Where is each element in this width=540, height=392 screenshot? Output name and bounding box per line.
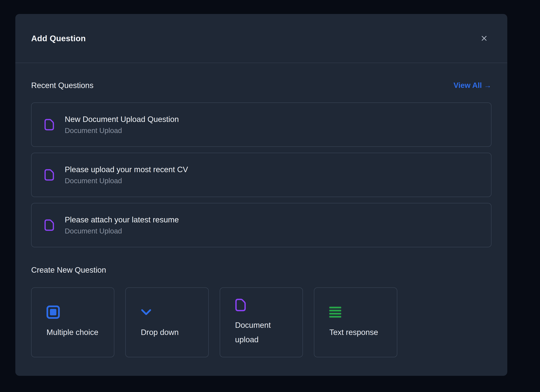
add-question-modal: Add Question Recent Questions View All →… (15, 14, 507, 376)
question-type-grid: Multiple choice Drop down Document uploa… (31, 288, 491, 357)
type-card-multiple-choice[interactable]: Multiple choice (31, 288, 114, 357)
recent-question-card[interactable]: Please upload your most recent CV Docume… (31, 153, 491, 197)
recent-questions-heading: Recent Questions (31, 81, 94, 90)
type-card-label: Document upload (235, 318, 288, 347)
document-icon (44, 219, 54, 231)
type-card-label: Multiple choice (46, 325, 99, 340)
document-icon (44, 119, 54, 131)
chevron-down-icon (141, 308, 152, 316)
create-new-question-heading: Create New Question (31, 265, 491, 274)
close-button[interactable] (479, 33, 490, 44)
recent-questions-header-row: Recent Questions View All → (31, 81, 491, 90)
document-icon (44, 169, 54, 181)
page-title: Add Question (31, 34, 86, 43)
text-lines-icon (329, 307, 341, 318)
type-card-text-response[interactable]: Text response (314, 288, 397, 357)
close-icon (480, 35, 488, 42)
recent-question-title: Please upload your most recent CV (65, 165, 188, 174)
recent-question-type: Document Upload (65, 127, 179, 135)
type-card-label: Drop down (141, 325, 193, 340)
type-card-document-upload[interactable]: Document upload (220, 288, 303, 357)
recent-question-type: Document Upload (65, 177, 188, 185)
document-icon (235, 298, 246, 312)
recent-question-type: Document Upload (65, 227, 179, 235)
multiple-choice-icon (46, 306, 60, 319)
recent-question-title: Please attach your latest resume (65, 215, 179, 224)
type-card-drop-down[interactable]: Drop down (125, 288, 209, 357)
recent-questions-list: New Document Upload Question Document Up… (31, 103, 491, 247)
recent-question-card[interactable]: Please attach your latest resume Documen… (31, 203, 491, 247)
view-all-link[interactable]: View All → (454, 81, 491, 89)
recent-question-title: New Document Upload Question (65, 115, 179, 124)
modal-header: Add Question (15, 14, 507, 63)
type-card-label: Text response (329, 325, 382, 340)
recent-question-card[interactable]: New Document Upload Question Document Up… (31, 103, 491, 147)
modal-body: Recent Questions View All → New Document… (15, 81, 507, 357)
